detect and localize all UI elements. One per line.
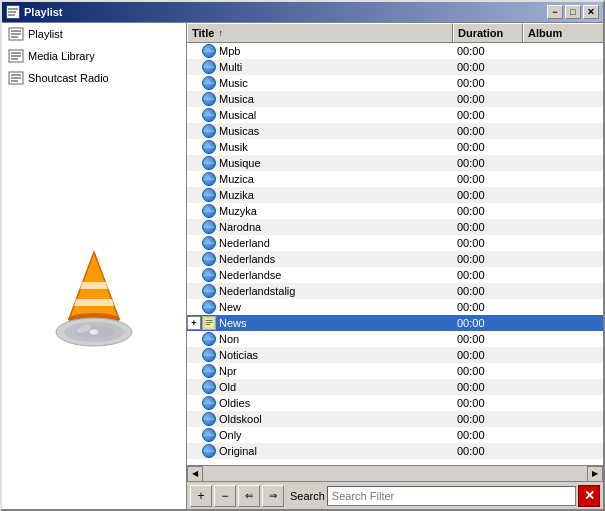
table-row[interactable]: Nederlands00:00 [187, 251, 603, 267]
sidebar-label-media-library: Media Library [28, 50, 95, 62]
globe-icon [202, 284, 216, 298]
move-up-button[interactable]: ⇐ [238, 485, 260, 507]
table-row[interactable]: Music00:00 [187, 75, 603, 91]
globe-icon [202, 60, 216, 74]
sidebar-label-shoutcast: Shoutcast Radio [28, 72, 109, 84]
table-row[interactable]: Nederlandse00:00 [187, 267, 603, 283]
expand-button[interactable]: + [187, 316, 201, 330]
row-duration: 00:00 [453, 397, 523, 409]
table-row[interactable]: Muzika00:00 [187, 187, 603, 203]
row-duration: 00:00 [453, 93, 523, 105]
column-header-title[interactable]: Title ↑ [187, 23, 453, 42]
row-icon [201, 363, 217, 379]
table-row[interactable]: Narodna00:00 [187, 219, 603, 235]
table-header: Title ↑ Duration Album [187, 23, 603, 43]
row-duration: 00:00 [453, 317, 523, 329]
globe-icon [202, 428, 216, 442]
row-title: Only [217, 429, 453, 441]
globe-icon [202, 396, 216, 410]
svg-marker-18 [74, 299, 114, 306]
table-row[interactable]: Musique00:00 [187, 155, 603, 171]
globe-icon [202, 124, 216, 138]
title-bar: Playlist − □ ✕ [2, 2, 603, 22]
add-button[interactable]: + [190, 485, 212, 507]
table-row[interactable]: Mpb00:00 [187, 43, 603, 59]
expand-placeholder [187, 204, 201, 218]
expand-placeholder [187, 284, 201, 298]
expand-placeholder [187, 156, 201, 170]
expand-placeholder [187, 108, 201, 122]
table-row[interactable]: Muzica00:00 [187, 171, 603, 187]
row-icon [201, 379, 217, 395]
remove-button[interactable]: − [214, 485, 236, 507]
row-title: Old [217, 381, 453, 393]
row-title: Nederland [217, 237, 453, 249]
row-title: Muzyka [217, 205, 453, 217]
row-title: Nederlandstalig [217, 285, 453, 297]
sort-indicator: ↑ [218, 28, 223, 38]
row-title: New [217, 301, 453, 313]
expand-placeholder [187, 348, 201, 362]
table-body[interactable]: Mpb00:00Multi00:00Music00:00Musica00:00M… [187, 43, 603, 465]
vlc-logo [34, 244, 154, 354]
row-title: Musica [217, 93, 453, 105]
table-row[interactable]: Musicas00:00 [187, 123, 603, 139]
expand-placeholder [187, 44, 201, 58]
svg-marker-17 [80, 282, 108, 289]
horizontal-scrollbar[interactable]: ◀ ▶ [187, 465, 603, 481]
table-row[interactable]: Nederland00:00 [187, 235, 603, 251]
table-row[interactable]: Musik00:00 [187, 139, 603, 155]
table-row[interactable]: Only00:00 [187, 427, 603, 443]
table-row[interactable]: Non00:00 [187, 331, 603, 347]
media-library-icon [8, 48, 24, 64]
globe-icon [202, 268, 216, 282]
bottom-toolbar: + − ⇐ ⇒ Search ✕ [187, 481, 603, 509]
sidebar-item-media-library[interactable]: Media Library [2, 45, 186, 67]
table-row[interactable]: Musica00:00 [187, 91, 603, 107]
row-icon [201, 171, 217, 187]
close-button[interactable]: ✕ [583, 5, 599, 19]
row-icon [201, 427, 217, 443]
table-row[interactable]: Noticias00:00 [187, 347, 603, 363]
search-clear-button[interactable]: ✕ [578, 485, 600, 507]
scroll-track[interactable] [203, 466, 587, 482]
column-header-duration[interactable]: Duration [453, 23, 523, 42]
table-row[interactable]: + News00:00 [187, 315, 603, 331]
expand-placeholder [187, 300, 201, 314]
expand-placeholder [187, 444, 201, 458]
row-icon [201, 187, 217, 203]
table-row[interactable]: Original00:00 [187, 443, 603, 459]
row-icon [201, 123, 217, 139]
expand-placeholder [187, 140, 201, 154]
row-icon [201, 235, 217, 251]
sidebar: Playlist Media Library [2, 23, 187, 509]
expand-placeholder [187, 76, 201, 90]
main-content: Playlist Media Library [2, 22, 603, 509]
table-row[interactable]: Npr00:00 [187, 363, 603, 379]
scroll-right-button[interactable]: ▶ [587, 466, 603, 482]
table-row[interactable]: Muzyka00:00 [187, 203, 603, 219]
svg-rect-25 [204, 318, 214, 328]
table-row[interactable]: Musical00:00 [187, 107, 603, 123]
sidebar-item-playlist[interactable]: Playlist [2, 23, 186, 45]
news-icon [202, 316, 216, 330]
globe-icon [202, 140, 216, 154]
sidebar-item-shoutcast[interactable]: Shoutcast Radio [2, 67, 186, 89]
globe-icon [202, 188, 216, 202]
search-input[interactable] [327, 486, 576, 506]
scroll-left-button[interactable]: ◀ [187, 466, 203, 482]
row-duration: 00:00 [453, 77, 523, 89]
table-row[interactable]: Multi00:00 [187, 59, 603, 75]
minimize-button[interactable]: − [547, 5, 563, 19]
table-row[interactable]: New00:00 [187, 299, 603, 315]
move-down-button[interactable]: ⇒ [262, 485, 284, 507]
search-label: Search [290, 490, 325, 502]
globe-icon [202, 76, 216, 90]
table-row[interactable]: Old00:00 [187, 379, 603, 395]
column-header-album[interactable]: Album [523, 23, 603, 42]
table-row[interactable]: Nederlandstalig00:00 [187, 283, 603, 299]
table-row[interactable]: Oldies00:00 [187, 395, 603, 411]
table-row[interactable]: Oldskool00:00 [187, 411, 603, 427]
maximize-button[interactable]: □ [565, 5, 581, 19]
expand-placeholder [187, 364, 201, 378]
